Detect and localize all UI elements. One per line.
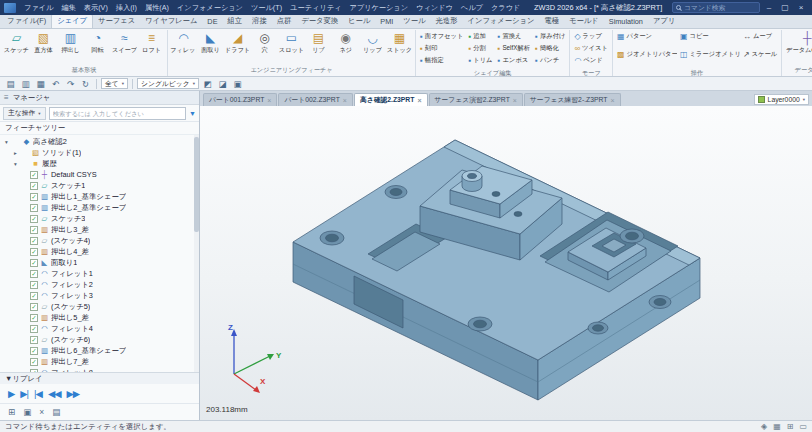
close-tab-icon[interactable]: × — [417, 97, 421, 104]
ribbon-tab[interactable]: データ変換 — [296, 15, 343, 28]
panel-tool-icon[interactable]: ⊞ — [8, 407, 15, 417]
ribbon-button[interactable]: ↔ ムーブ — [741, 32, 779, 41]
replay-button[interactable]: ▶ — [8, 388, 14, 399]
ribbon-button[interactable]: ▪ 刻印 — [418, 44, 465, 53]
tree-row[interactable]: ✓ ▥ 押出し5_差 — [0, 312, 199, 323]
ribbon-button[interactable]: ▪ 追加 — [466, 32, 494, 41]
ribbon-button[interactable]: ↗ スケール — [741, 50, 779, 59]
tree-row[interactable]: ✓ ▱ (スケッチ4) — [0, 235, 199, 246]
ribbon-button[interactable]: ▣ コピー — [678, 32, 740, 41]
menu-item[interactable]: ヘルプ — [457, 3, 487, 13]
tree-row[interactable]: ✓ ▥ 押出し1_基準シェープ — [0, 191, 199, 202]
replay-button[interactable]: ▶| — [20, 388, 28, 399]
close-tab-icon[interactable]: × — [513, 97, 517, 104]
tree-row[interactable]: ✓ ◠ フィレット3 — [0, 290, 199, 301]
tree-row[interactable]: ✓ ◣ 面取り1 — [0, 257, 199, 268]
feature-checkbox[interactable]: ✓ — [30, 325, 38, 333]
ribbon-button[interactable]: ▭ スロット — [278, 30, 305, 55]
feature-checkbox[interactable]: ✓ — [30, 336, 38, 344]
minimize-button[interactable]: – — [762, 2, 776, 13]
ribbon-button[interactable]: ▪ トリム — [466, 56, 494, 65]
ribbon-tab[interactable]: ファイル(F) — [2, 15, 51, 28]
tree-row[interactable]: ✓ ▥ 押出し7_差 — [0, 356, 199, 367]
status-icon[interactable]: ◈ — [761, 422, 767, 431]
ribbon-tab[interactable]: サーフェス — [93, 15, 140, 28]
feature-checkbox[interactable]: ✓ — [30, 215, 38, 223]
pick-filter-icon[interactable]: ◪ — [216, 79, 229, 89]
feature-checkbox[interactable]: ✓ — [30, 182, 38, 190]
ribbon-tab[interactable]: シェイプ — [51, 15, 93, 29]
feature-checkbox[interactable]: ✓ — [30, 259, 38, 267]
ribbon-tab[interactable]: インフォメーション — [462, 15, 539, 28]
scope-filter-dropdown[interactable]: 全て ▾ — [101, 78, 128, 89]
document-tab[interactable]: 高さ確認2.Z3PRT × — [354, 93, 428, 106]
pick-filter-icon[interactable]: ▣ — [231, 79, 244, 89]
orientation-triad[interactable]: Z Y X — [214, 320, 288, 396]
maximize-button[interactable]: ▢ — [778, 2, 792, 13]
tree-row[interactable]: ✓ ▥ 押出し6_基準シェープ — [0, 345, 199, 356]
ribbon-button[interactable]: ▪ 置換え — [496, 32, 533, 41]
tree-search-box[interactable] — [49, 107, 186, 120]
tree-row[interactable]: ✓ ◠ フィレット2 — [0, 279, 199, 290]
tree-row[interactable]: ✓ ▱ スケッチ3 — [0, 213, 199, 224]
tree-row[interactable]: ✓ ▥ 押出し2_基準シェープ — [0, 202, 199, 213]
quick-icon[interactable]: ↻ — [79, 79, 92, 89]
command-search-input[interactable] — [684, 4, 756, 11]
command-search-box[interactable] — [672, 2, 760, 13]
feature-checkbox[interactable]: ✓ — [30, 204, 38, 212]
ribbon-button[interactable]: ▪ パンチ — [533, 56, 567, 65]
replay-section-header[interactable]: ▼リプレイ — [0, 372, 199, 384]
ribbon-tab[interactable]: 組立 — [223, 15, 248, 28]
feature-checkbox[interactable]: ✓ — [30, 270, 38, 278]
replay-button[interactable]: ◀◀ — [48, 388, 61, 399]
close-tab-icon[interactable]: × — [267, 97, 271, 104]
ribbon-tab[interactable]: モールド — [564, 15, 604, 28]
part-model[interactable] — [200, 106, 812, 420]
layer-dropdown[interactable]: Layer0000 ▾ — [754, 94, 809, 105]
ribbon-button[interactable]: ▪ エンボス — [496, 56, 533, 65]
ribbon-button[interactable]: ◠ フィレット — [170, 30, 197, 55]
feature-checkbox[interactable]: ✓ — [30, 281, 38, 289]
quick-icon[interactable]: ↷ — [64, 79, 77, 89]
tree-row[interactable]: ✓ ◠ フィレット4 — [0, 323, 199, 334]
ribbon-tab[interactable]: 溶接 — [247, 15, 272, 28]
menu-item[interactable]: ウィンドウ — [412, 3, 457, 13]
menu-item[interactable]: ツール(T) — [247, 3, 286, 13]
tree-row[interactable]: ▸ ✓ ▧ ソリッド(1) — [0, 147, 199, 158]
document-tab[interactable]: サーフェス練習2-.Z3PRT × — [524, 93, 621, 106]
tree-row[interactable]: ▾ ✓ ■ 履歴 — [0, 158, 199, 169]
replay-button[interactable]: |◀ — [34, 388, 42, 399]
tree-search-input[interactable] — [53, 110, 182, 117]
scrollbar-thumb[interactable] — [194, 137, 199, 232]
close-button[interactable]: × — [794, 2, 808, 13]
ribbon-tab[interactable]: Simulation — [604, 16, 648, 28]
feature-checkbox[interactable]: ✓ — [30, 171, 38, 179]
feature-checkbox[interactable]: ✓ — [30, 237, 38, 245]
ribbon-button[interactable]: ▪ 幅指定 — [418, 56, 465, 65]
tree-row[interactable]: ✓ ▱ スケッチ1 — [0, 180, 199, 191]
ribbon-tab[interactable]: 電極 — [540, 15, 565, 28]
close-tab-icon[interactable]: × — [343, 97, 347, 104]
ribbon-button[interactable]: ▤ リブ — [305, 30, 332, 55]
document-tab[interactable]: パート002.Z3PRT × — [278, 93, 352, 106]
menu-item[interactable]: 編集 — [57, 3, 79, 13]
ribbon-button[interactable]: ◡ リップ — [359, 30, 386, 55]
feature-checkbox[interactable]: ✓ — [30, 358, 38, 366]
tree-row[interactable]: ✓ ▱ (スケッチ5) — [0, 301, 199, 312]
ribbon-button[interactable]: ▩ ジオメトリパターン — [615, 50, 677, 59]
ribbon-tab[interactable]: アプリ — [648, 15, 680, 28]
filter-icon[interactable]: ▼ — [189, 110, 196, 117]
status-icon[interactable]: ▦ — [773, 422, 781, 431]
feature-checkbox[interactable]: ✓ — [30, 292, 38, 300]
ribbon-button[interactable]: ▪ 簡略化 — [533, 44, 567, 53]
quick-icon[interactable]: ▦ — [34, 79, 47, 89]
panel-tool-icon[interactable]: ▣ — [23, 407, 31, 417]
ribbon-button[interactable]: ▦ ストック — [386, 30, 413, 55]
menu-item[interactable]: 挿入(I) — [112, 3, 141, 13]
feature-checkbox[interactable]: ✓ — [30, 193, 38, 201]
menu-item[interactable]: クラウド — [487, 3, 524, 13]
tree-row[interactable]: ✓ ┼ Default CSYS — [0, 169, 199, 180]
ribbon-button[interactable]: ▦ パターン — [615, 32, 677, 41]
ribbon-button[interactable]: ▪ 厚み付け — [533, 32, 567, 41]
expander-icon[interactable]: ▸ — [12, 150, 19, 156]
